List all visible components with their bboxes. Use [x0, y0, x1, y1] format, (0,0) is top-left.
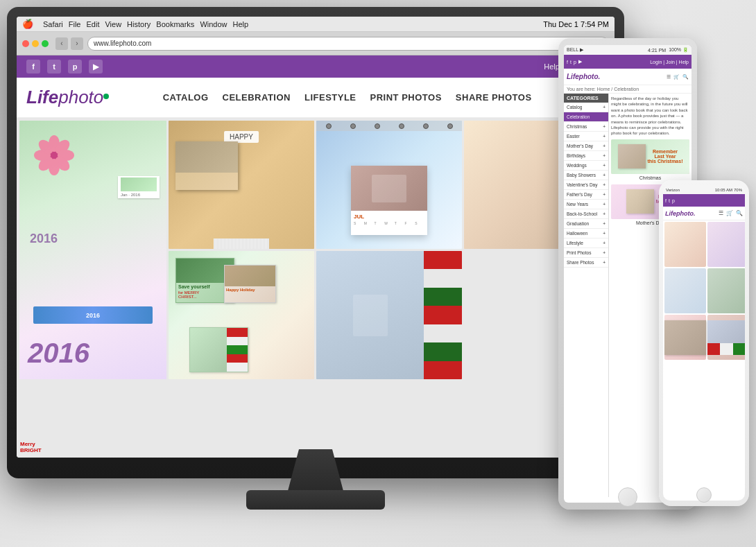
phone-tw-icon[interactable]: t	[669, 198, 670, 203]
cat-baby-showers[interactable]: Baby Showers+	[564, 171, 608, 180]
cat-catalog[interactable]: Catalog+	[564, 103, 608, 112]
cat-graduation[interactable]: Graduation+	[564, 219, 608, 229]
cat-weddings[interactable]: Weddings+	[564, 161, 608, 171]
mac-menu-items: Safari File Edit View History Bookmarks …	[43, 20, 248, 28]
tablet-tw-icon[interactable]: t	[570, 60, 572, 64]
grid-cell-6[interactable]: MerryBRIGHT	[316, 251, 462, 379]
menu-history[interactable]: History	[127, 20, 151, 28]
cat-back-to-school[interactable]: Back-to-School+	[564, 209, 608, 219]
monitor-stand-base	[246, 490, 385, 510]
help-link[interactable]: Help	[544, 62, 560, 71]
tablet-fb-icon[interactable]: f	[567, 60, 568, 64]
phone-pin-icon[interactable]: p	[672, 198, 675, 203]
cat-share-photos[interactable]: Share Photos+	[564, 258, 608, 268]
tablet-social-bar: f t p ▶ Login | Join | Help	[564, 55, 691, 69]
cat-birthdays[interactable]: Birthdays+	[564, 151, 608, 161]
traffic-lights	[22, 40, 49, 47]
youtube-icon[interactable]: ▶	[89, 60, 103, 73]
forward-button[interactable]: ›	[71, 37, 83, 50]
product-christmas[interactable]: RememberLast Yearthis Christmas! Christm…	[611, 139, 689, 180]
close-button[interactable]	[22, 40, 29, 47]
phone-nav-icons: ☰ 🛒 🔍	[719, 210, 743, 216]
twitter-icon[interactable]: t	[47, 60, 61, 73]
cat-fathers-day[interactable]: Father's Day+	[564, 190, 608, 200]
tablet-cart-icon[interactable]: 🛒	[673, 74, 680, 80]
monitor: 🍎 Safari File Edit View History Bookmark…	[7, 7, 624, 520]
nav-celebration[interactable]: CELEBRATION	[223, 92, 291, 103]
cat-easter[interactable]: Easter+	[564, 132, 608, 141]
cat-valentines[interactable]: Valentine's Day+	[564, 180, 608, 190]
monitor-screen: 🍎 Safari File Edit View History Bookmark…	[17, 17, 615, 458]
grid-cell-3[interactable]: JUL S M T W T F S	[316, 121, 462, 249]
cat-mothers-day[interactable]: Mother's Day+	[564, 141, 608, 151]
phone-img-4[interactable]	[707, 268, 745, 313]
cat-celebration[interactable]: Celebration	[564, 112, 608, 122]
phone-img-2[interactable]	[707, 222, 745, 267]
spiral-binding	[316, 121, 462, 131]
menu-edit[interactable]: Edit	[86, 20, 99, 28]
tablet-breadcrumb: You are here: Home / Celebration	[564, 85, 691, 94]
categories-header: CATEGORIES	[564, 94, 608, 103]
tablet-status-bar: BELL ▶ 4:21 PM 100% 🔋	[564, 45, 691, 55]
phone-img-3[interactable]	[664, 268, 706, 313]
logo-dot	[103, 94, 109, 99]
phone-img-5[interactable]	[664, 315, 706, 360]
logo-life[interactable]: Life	[26, 87, 58, 108]
tablet-description: Regardless of the day or holiday you mig…	[611, 96, 689, 137]
phone-time: 10:05 AM	[715, 188, 732, 192]
phone-menu-icon[interactable]: ☰	[719, 210, 723, 216]
phone-img-6[interactable]	[707, 315, 745, 360]
christmas-label: Christmas	[611, 175, 689, 180]
phone-logo[interactable]: Lifephoto.	[665, 210, 696, 217]
grid-cell-1[interactable]: Jan · 2016 2016 2016 2016	[19, 121, 166, 379]
menu-help[interactable]: Help	[233, 20, 249, 28]
grid-cell-2[interactable]: HAPPY	[169, 121, 314, 249]
facebook-icon[interactable]: f	[26, 60, 40, 73]
phone-battery: 70%	[734, 188, 742, 192]
cat-print-photos[interactable]: Print Photos+	[564, 248, 608, 258]
phone-screen: Verizon 10:05 AM 70% f t p Lifephoto. ☰ …	[663, 186, 745, 501]
tablet-menu-icon[interactable]: ☰	[667, 74, 671, 80]
address-bar[interactable]: www.lifephoto.com	[87, 37, 609, 51]
tablet-login[interactable]: Login | Join | Help	[650, 60, 689, 64]
nav-share-photos[interactable]: SHARE PHOTOS	[456, 92, 532, 103]
pinterest-icon[interactable]: p	[68, 60, 82, 73]
menu-window[interactable]: Window	[200, 20, 227, 28]
logo-photo[interactable]: photo	[58, 87, 103, 108]
phone-cart-icon[interactable]: 🛒	[726, 210, 733, 216]
cat-christmas[interactable]: Christmas+	[564, 122, 608, 132]
tablet-logo[interactable]: Lifephoto.	[567, 73, 600, 80]
browser-nav: ‹ ›	[55, 37, 83, 50]
phone: Verizon 10:05 AM 70% f t p Lifephoto. ☰ …	[659, 180, 749, 506]
minimize-button[interactable]	[32, 40, 39, 47]
social-bar: f t p ▶ Help | Login | Join	[17, 55, 615, 78]
phone-home-button[interactable]	[696, 487, 712, 503]
nav-lifestyle[interactable]: LIFESTYLE	[304, 92, 356, 103]
cat-lifestyle[interactable]: Lifestyle+	[564, 238, 608, 248]
maximize-button[interactable]	[42, 40, 49, 47]
tablet-search-icon[interactable]: 🔍	[682, 74, 689, 80]
phone-carrier: Verizon	[666, 188, 680, 192]
phone-fb-icon[interactable]: f	[665, 198, 667, 203]
phone-status-bar: Verizon 10:05 AM 70%	[663, 186, 745, 194]
tablet-sidebar: CATEGORIES Catalog+ Celebration Christma…	[564, 94, 609, 497]
menu-safari[interactable]: Safari	[43, 20, 63, 28]
phone-img-1[interactable]	[664, 222, 706, 267]
cat-halloween[interactable]: Halloween+	[564, 229, 608, 238]
menu-bookmarks[interactable]: Bookmarks	[156, 20, 194, 28]
menu-file[interactable]: File	[69, 20, 81, 28]
tablet-home-button[interactable]	[618, 487, 637, 507]
tablet-pin-icon[interactable]: p	[574, 60, 576, 64]
nav-catalog[interactable]: CATALOG	[163, 92, 209, 103]
cat-new-years[interactable]: New Years+	[564, 200, 608, 209]
nav-print-photos[interactable]: PRINT PHOTOS	[370, 92, 442, 103]
grid-cell-5[interactable]: Save yourself for MERRYCHRIST... Happy H…	[169, 251, 314, 379]
phone-search-icon[interactable]: 🔍	[736, 210, 743, 216]
back-button[interactable]: ‹	[55, 37, 68, 50]
tablet-yt-icon[interactable]: ▶	[578, 59, 582, 64]
menu-view[interactable]: View	[105, 20, 121, 28]
website-grid: Jan · 2016 2016 2016 2016	[17, 118, 615, 458]
mac-clock: Thu Dec 1 7:54 PM	[543, 20, 609, 28]
phone-image-grid	[663, 220, 745, 361]
monitor-outer: 🍎 Safari File Edit View History Bookmark…	[7, 7, 624, 478]
